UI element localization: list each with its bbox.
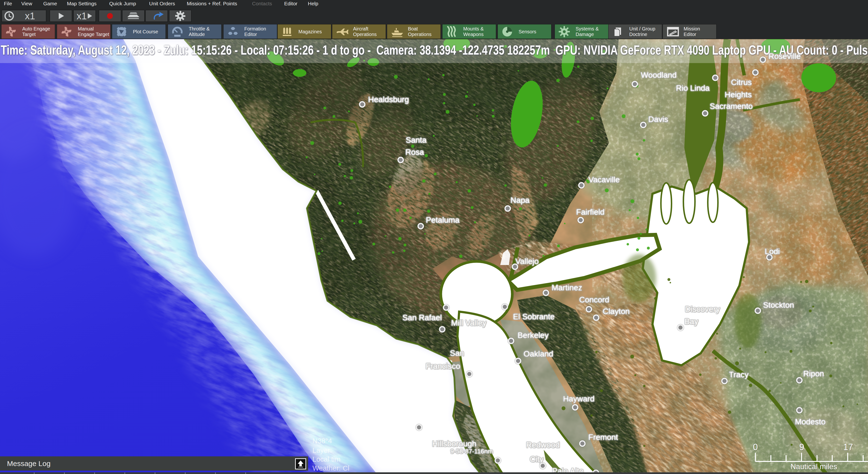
svg-text:x1: x1: [25, 11, 35, 21]
svg-text:x1: x1: [76, 11, 87, 21]
